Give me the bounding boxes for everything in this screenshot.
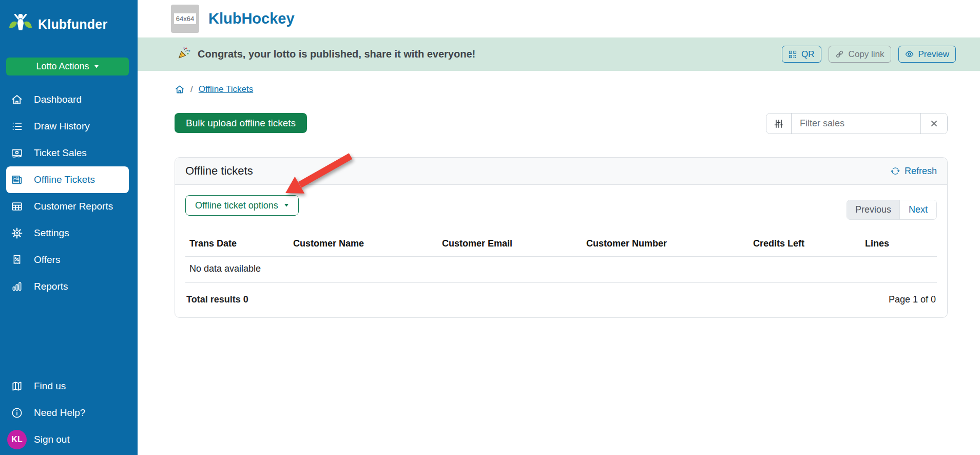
column-header-lines: Lines xyxy=(861,233,937,257)
close-icon xyxy=(929,119,939,128)
breadcrumb-separator: / xyxy=(190,84,193,94)
sidebar-footer: Find us Need Help? KL Sign out xyxy=(0,373,138,455)
offline-tickets-card: Offline tickets Refresh Offline ticket o… xyxy=(175,157,948,318)
page-title: KlubHockey xyxy=(208,10,295,27)
club-header: 64x64 KlubHockey xyxy=(138,0,980,37)
card-title: Offline tickets xyxy=(185,164,253,178)
sidebar-item-need-help[interactable]: Need Help? xyxy=(6,400,129,426)
banner-text: Congrats, your lotto is published, share… xyxy=(198,48,475,60)
cash-icon xyxy=(11,147,23,159)
sidebar-item-label: Reports xyxy=(34,281,68,292)
sidebar: Klubfunder Lotto Actions Dashboard Draw … xyxy=(0,0,138,455)
sidebar-item-dashboard[interactable]: Dashboard xyxy=(6,86,129,113)
sidebar-item-draw-history[interactable]: Draw History xyxy=(6,113,129,140)
main-area: 64x64 KlubHockey Congrats, your lotto is… xyxy=(138,0,980,455)
card-body: Offline ticket options Previous Next xyxy=(175,185,947,317)
list-icon xyxy=(11,120,23,132)
sidebar-item-reports[interactable]: Reports xyxy=(6,273,129,300)
offline-ticket-options-label: Offline ticket options xyxy=(195,200,278,211)
lotto-actions-button[interactable]: Lotto Actions xyxy=(6,58,129,75)
refresh-label: Refresh xyxy=(905,166,937,177)
copy-link-button-label: Copy link xyxy=(849,49,885,60)
sidebar-item-offline-tickets[interactable]: Offline Tickets xyxy=(6,166,129,193)
brand: Klubfunder xyxy=(0,0,138,36)
card-header: Offline tickets Refresh xyxy=(175,158,947,185)
eye-icon xyxy=(905,50,914,59)
sidebar-item-label: Need Help? xyxy=(34,407,85,419)
empty-message: No data available xyxy=(185,257,937,283)
sidebar-item-label: Customer Reports xyxy=(34,201,113,212)
refresh-button[interactable]: Refresh xyxy=(891,166,937,177)
sidebar-item-label: Ticket Sales xyxy=(34,147,87,159)
chevron-down-icon xyxy=(94,65,99,68)
offline-tickets-table: Trans Date Customer Name Customer Email … xyxy=(185,233,937,283)
table-header-row: Trans Date Customer Name Customer Email … xyxy=(185,233,937,257)
avatar: KL xyxy=(7,430,27,449)
sidebar-item-label: Sign out xyxy=(34,434,70,445)
qr-code-icon xyxy=(789,50,797,59)
sidebar-item-label: Find us xyxy=(34,381,66,392)
link-icon xyxy=(835,50,844,59)
sidebar-item-label: Settings xyxy=(34,228,69,239)
logo-placeholder-label: 64x64 xyxy=(174,13,196,24)
filter-sales-input[interactable] xyxy=(792,113,920,134)
sidebar-item-customer-reports[interactable]: Customer Reports xyxy=(6,193,129,220)
clear-filter-button[interactable] xyxy=(920,113,947,134)
next-page-button[interactable]: Next xyxy=(899,200,936,219)
pagination: Previous Next xyxy=(847,200,937,220)
table-icon xyxy=(11,200,23,213)
offline-ticket-options-button[interactable]: Offline ticket options xyxy=(185,195,299,216)
qr-button[interactable]: QR xyxy=(782,46,821,63)
newspaper-icon xyxy=(11,174,23,186)
total-results: Total results 0 xyxy=(186,294,248,305)
banner-message: Congrats, your lotto is published, share… xyxy=(178,46,475,62)
bulk-upload-button[interactable]: Bulk upload offline tickets xyxy=(175,113,307,133)
sidebar-nav: Dashboard Draw History Ticket Sales xyxy=(0,86,138,300)
map-icon xyxy=(11,380,23,392)
chevron-down-icon xyxy=(284,204,289,207)
breadcrumb-current-link[interactable]: Offline Tickets xyxy=(199,84,253,94)
refresh-icon xyxy=(891,166,900,176)
card-footer: Total results 0 Page 1 of 0 xyxy=(185,294,937,305)
column-header-credits-left: Credits Left xyxy=(749,233,861,257)
sliders-icon xyxy=(773,118,784,129)
filter-sales-group xyxy=(766,113,948,134)
sidebar-item-label: Draw History xyxy=(34,121,90,132)
page-content: / Offline Tickets Bulk upload offline ti… xyxy=(138,71,980,455)
klubfunder-logo-icon xyxy=(8,12,33,36)
breadcrumb-home-icon[interactable] xyxy=(175,84,185,94)
column-header-customer-name: Customer Name xyxy=(289,233,438,257)
previous-page-button[interactable]: Previous xyxy=(847,200,899,219)
home-icon xyxy=(11,93,23,106)
column-header-trans-date: Trans Date xyxy=(185,233,289,257)
gear-icon xyxy=(11,227,23,239)
breadcrumb: / Offline Tickets xyxy=(175,84,948,94)
published-banner: Congrats, your lotto is published, share… xyxy=(138,37,980,71)
page-info: Page 1 of 0 xyxy=(889,294,936,305)
receipt-percent-icon xyxy=(11,254,23,266)
bar-chart-icon xyxy=(11,280,23,293)
qr-button-label: QR xyxy=(801,49,815,60)
banner-actions: QR Copy link Preview xyxy=(782,46,956,63)
party-popper-icon xyxy=(178,46,191,62)
brand-name: Klubfunder xyxy=(38,17,107,32)
filter-button[interactable] xyxy=(766,113,792,134)
copy-link-button[interactable]: Copy link xyxy=(829,46,891,63)
toolbar: Bulk upload offline tickets xyxy=(175,113,948,134)
sidebar-item-ticket-sales[interactable]: Ticket Sales xyxy=(6,140,129,166)
club-logo-placeholder: 64x64 xyxy=(171,5,199,33)
column-header-customer-number: Customer Number xyxy=(582,233,749,257)
sidebar-item-label: Offline Tickets xyxy=(34,174,95,185)
sidebar-item-label: Offers xyxy=(34,254,60,266)
lotto-actions-label: Lotto Actions xyxy=(36,61,89,72)
sidebar-item-sign-out[interactable]: KL Sign out xyxy=(6,426,129,453)
sidebar-item-find-us[interactable]: Find us xyxy=(6,373,129,400)
info-circle-icon xyxy=(11,407,23,419)
preview-button[interactable]: Preview xyxy=(898,46,956,63)
sidebar-item-settings[interactable]: Settings xyxy=(6,220,129,247)
sidebar-item-offers[interactable]: Offers xyxy=(6,247,129,273)
table-empty-row: No data available xyxy=(185,257,937,283)
preview-button-label: Preview xyxy=(918,49,949,60)
options-row: Offline ticket options Previous Next xyxy=(185,195,937,220)
sidebar-item-label: Dashboard xyxy=(34,94,82,105)
